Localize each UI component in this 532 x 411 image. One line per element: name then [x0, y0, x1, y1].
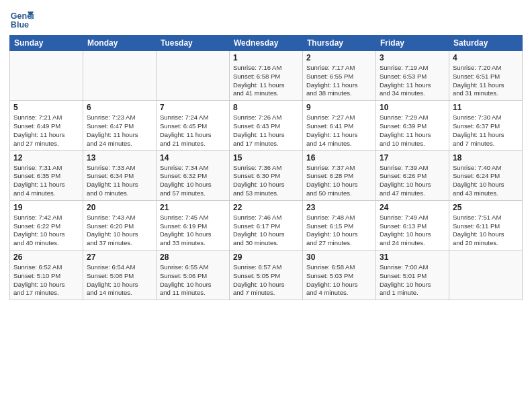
calendar-cell: 13Sunrise: 7:33 AM Sunset: 6:34 PM Dayli… — [83, 150, 157, 200]
day-info: Sunrise: 7:46 AM Sunset: 6:17 PM Dayligh… — [233, 214, 299, 248]
logo-icon: General Blue — [9, 7, 34, 31]
day-number: 29 — [233, 253, 299, 262]
day-info: Sunrise: 7:20 AM Sunset: 6:51 PM Dayligh… — [453, 64, 519, 98]
calendar-cell: 25Sunrise: 7:51 AM Sunset: 6:11 PM Dayli… — [449, 200, 523, 250]
day-number: 11 — [453, 103, 519, 112]
calendar-cell: 30Sunrise: 6:58 AM Sunset: 5:03 PM Dayli… — [303, 250, 376, 300]
day-info: Sunrise: 7:33 AM Sunset: 6:34 PM Dayligh… — [87, 164, 152, 198]
weekday-header-monday: Monday — [83, 36, 157, 51]
day-info: Sunrise: 6:55 AM Sunset: 5:06 PM Dayligh… — [160, 263, 226, 298]
calendar-cell: 18Sunrise: 7:40 AM Sunset: 6:24 PM Dayli… — [449, 150, 523, 200]
weekday-header-thursday: Thursday — [303, 36, 376, 51]
calendar-cell: 7Sunrise: 7:24 AM Sunset: 6:45 PM Daylig… — [157, 101, 230, 150]
day-info: Sunrise: 7:21 AM Sunset: 6:49 PM Dayligh… — [13, 113, 79, 148]
calendar-cell: 9Sunrise: 7:27 AM Sunset: 6:41 PM Daylig… — [303, 101, 376, 150]
calendar-cell: 29Sunrise: 6:57 AM Sunset: 5:05 PM Dayli… — [230, 250, 303, 300]
day-info: Sunrise: 7:45 AM Sunset: 6:19 PM Dayligh… — [160, 214, 226, 248]
calendar-cell: 31Sunrise: 7:00 AM Sunset: 5:01 PM Dayli… — [376, 250, 449, 300]
day-number: 18 — [453, 153, 519, 163]
calendar-cell — [449, 250, 523, 300]
day-info: Sunrise: 7:23 AM Sunset: 6:47 PM Dayligh… — [87, 113, 152, 148]
weekday-header-tuesday: Tuesday — [157, 36, 230, 51]
calendar-cell: 10Sunrise: 7:29 AM Sunset: 6:39 PM Dayli… — [376, 101, 449, 150]
day-info: Sunrise: 7:37 AM Sunset: 6:28 PM Dayligh… — [306, 164, 372, 198]
calendar-table: SundayMondayTuesdayWednesdayThursdayFrid… — [9, 35, 523, 300]
day-info: Sunrise: 7:31 AM Sunset: 6:35 PM Dayligh… — [13, 164, 79, 198]
day-number: 15 — [233, 153, 299, 163]
calendar-cell: 5Sunrise: 7:21 AM Sunset: 6:49 PM Daylig… — [10, 101, 83, 150]
day-info: Sunrise: 7:17 AM Sunset: 6:55 PM Dayligh… — [306, 64, 372, 98]
day-number: 17 — [380, 153, 445, 163]
day-number: 6 — [87, 103, 152, 112]
calendar-cell: 21Sunrise: 7:45 AM Sunset: 6:19 PM Dayli… — [157, 200, 230, 250]
day-number: 31 — [380, 253, 445, 262]
day-info: Sunrise: 7:36 AM Sunset: 6:30 PM Dayligh… — [233, 164, 299, 198]
day-number: 16 — [306, 153, 372, 163]
calendar-cell: 2Sunrise: 7:17 AM Sunset: 6:55 PM Daylig… — [303, 51, 376, 101]
weekday-header-wednesday: Wednesday — [230, 36, 303, 51]
day-number: 3 — [380, 53, 445, 62]
calendar-cell: 28Sunrise: 6:55 AM Sunset: 5:06 PM Dayli… — [157, 250, 230, 300]
day-number: 4 — [453, 53, 519, 62]
calendar-cell: 12Sunrise: 7:31 AM Sunset: 6:35 PM Dayli… — [10, 150, 83, 200]
day-info: Sunrise: 7:48 AM Sunset: 6:15 PM Dayligh… — [306, 214, 372, 248]
day-number: 8 — [233, 103, 299, 112]
calendar-week-4: 19Sunrise: 7:42 AM Sunset: 6:22 PM Dayli… — [10, 200, 523, 250]
day-info: Sunrise: 7:24 AM Sunset: 6:45 PM Dayligh… — [160, 113, 226, 148]
calendar-cell: 15Sunrise: 7:36 AM Sunset: 6:30 PM Dayli… — [230, 150, 303, 200]
calendar-cell — [157, 51, 230, 101]
svg-text:Blue: Blue — [11, 20, 29, 30]
day-number: 28 — [160, 253, 226, 262]
day-info: Sunrise: 6:57 AM Sunset: 5:05 PM Dayligh… — [233, 263, 299, 298]
day-number: 30 — [306, 253, 372, 262]
calendar-week-5: 26Sunrise: 6:52 AM Sunset: 5:10 PM Dayli… — [10, 250, 523, 300]
day-number: 20 — [87, 203, 152, 212]
weekday-header-sunday: Sunday — [10, 36, 83, 51]
day-number: 24 — [380, 203, 445, 212]
day-number: 25 — [453, 203, 519, 212]
calendar-cell: 17Sunrise: 7:39 AM Sunset: 6:26 PM Dayli… — [376, 150, 449, 200]
day-info: Sunrise: 7:00 AM Sunset: 5:01 PM Dayligh… — [380, 263, 445, 298]
day-info: Sunrise: 7:29 AM Sunset: 6:39 PM Dayligh… — [380, 113, 445, 148]
calendar-cell: 14Sunrise: 7:34 AM Sunset: 6:32 PM Dayli… — [157, 150, 230, 200]
calendar-cell: 6Sunrise: 7:23 AM Sunset: 6:47 PM Daylig… — [83, 101, 157, 150]
day-number: 14 — [160, 153, 226, 163]
calendar-week-2: 5Sunrise: 7:21 AM Sunset: 6:49 PM Daylig… — [10, 101, 523, 150]
calendar-cell: 19Sunrise: 7:42 AM Sunset: 6:22 PM Dayli… — [10, 200, 83, 250]
day-number: 7 — [160, 103, 226, 112]
weekday-header-friday: Friday — [376, 36, 449, 51]
calendar-cell: 24Sunrise: 7:49 AM Sunset: 6:13 PM Dayli… — [376, 200, 449, 250]
weekday-header-saturday: Saturday — [449, 36, 523, 51]
day-info: Sunrise: 7:49 AM Sunset: 6:13 PM Dayligh… — [380, 214, 445, 248]
day-info: Sunrise: 7:43 AM Sunset: 6:20 PM Dayligh… — [87, 214, 152, 248]
logo: General Blue — [9, 7, 34, 31]
day-info: Sunrise: 7:27 AM Sunset: 6:41 PM Dayligh… — [306, 113, 372, 148]
day-info: Sunrise: 6:58 AM Sunset: 5:03 PM Dayligh… — [306, 263, 372, 298]
day-info: Sunrise: 7:42 AM Sunset: 6:22 PM Dayligh… — [13, 214, 79, 248]
calendar-cell: 16Sunrise: 7:37 AM Sunset: 6:28 PM Dayli… — [303, 150, 376, 200]
day-number: 21 — [160, 203, 226, 212]
calendar-cell: 3Sunrise: 7:19 AM Sunset: 6:53 PM Daylig… — [376, 51, 449, 101]
day-info: Sunrise: 7:39 AM Sunset: 6:26 PM Dayligh… — [380, 164, 445, 198]
day-number: 2 — [306, 53, 372, 62]
day-number: 19 — [13, 203, 79, 212]
calendar-cell — [10, 51, 83, 101]
day-info: Sunrise: 7:30 AM Sunset: 6:37 PM Dayligh… — [453, 113, 519, 148]
day-info: Sunrise: 7:51 AM Sunset: 6:11 PM Dayligh… — [453, 214, 519, 248]
day-info: Sunrise: 7:26 AM Sunset: 6:43 PM Dayligh… — [233, 113, 299, 148]
page: General Blue SundayMondayTuesdayWednesda… — [0, 0, 532, 411]
calendar-cell: 27Sunrise: 6:54 AM Sunset: 5:08 PM Dayli… — [83, 250, 157, 300]
calendar-cell: 11Sunrise: 7:30 AM Sunset: 6:37 PM Dayli… — [449, 101, 523, 150]
weekday-header-row: SundayMondayTuesdayWednesdayThursdayFrid… — [10, 36, 523, 51]
day-number: 27 — [87, 253, 152, 262]
calendar-cell: 26Sunrise: 6:52 AM Sunset: 5:10 PM Dayli… — [10, 250, 83, 300]
calendar-cell: 4Sunrise: 7:20 AM Sunset: 6:51 PM Daylig… — [449, 51, 523, 101]
calendar-week-1: 1Sunrise: 7:16 AM Sunset: 6:58 PM Daylig… — [10, 51, 523, 101]
day-info: Sunrise: 7:16 AM Sunset: 6:58 PM Dayligh… — [233, 64, 299, 98]
day-number: 23 — [306, 203, 372, 212]
day-info: Sunrise: 7:34 AM Sunset: 6:32 PM Dayligh… — [160, 164, 226, 198]
day-number: 22 — [233, 203, 299, 212]
calendar-cell: 23Sunrise: 7:48 AM Sunset: 6:15 PM Dayli… — [303, 200, 376, 250]
day-number: 10 — [380, 103, 445, 112]
day-number: 9 — [306, 103, 372, 112]
